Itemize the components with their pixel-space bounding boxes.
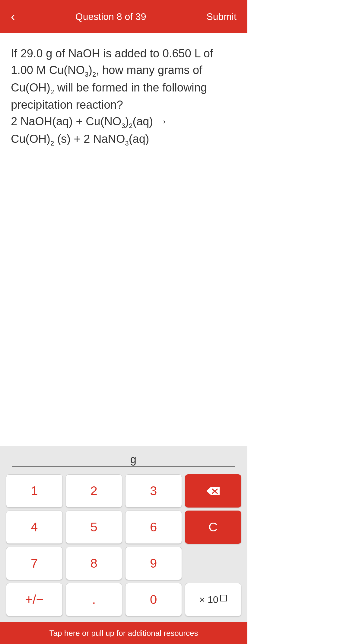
key-decimal[interactable]: . <box>66 583 122 616</box>
x10-label: × 10 <box>199 594 227 605</box>
key-plus-minus[interactable]: +/− <box>6 583 63 616</box>
footer[interactable]: Tap here or pull up for additional resou… <box>0 622 247 644</box>
key-5[interactable]: 5 <box>66 511 122 544</box>
key-6[interactable]: 6 <box>125 511 182 544</box>
submit-button[interactable]: Submit <box>204 9 239 25</box>
answer-display: g <box>6 453 241 467</box>
key-7[interactable]: 7 <box>6 547 63 580</box>
question-area: If 29.0 g of NaOH is added to 0.650 L of… <box>0 33 247 446</box>
keypad-area: g 1 2 3 4 5 6 C 7 8 9 +/− . <box>0 446 247 622</box>
key-backspace[interactable] <box>185 474 242 508</box>
answer-unit: g <box>130 453 136 467</box>
key-4[interactable]: 4 <box>6 511 63 544</box>
exponent-box <box>220 595 227 601</box>
backspace-icon <box>206 485 220 496</box>
footer-text: Tap here or pull up for additional resou… <box>49 629 198 638</box>
key-9[interactable]: 9 <box>125 547 182 580</box>
key-3[interactable]: 3 <box>125 474 182 508</box>
key-1[interactable]: 1 <box>6 474 63 508</box>
question-progress: Question 8 of 39 <box>75 11 146 22</box>
keypad-grid: 1 2 3 4 5 6 C 7 8 9 +/− . 0 × <box>6 474 241 616</box>
back-button[interactable]: ‹ <box>8 8 17 25</box>
answer-underline <box>12 466 235 467</box>
key-8[interactable]: 8 <box>66 547 122 580</box>
key-clear[interactable]: C <box>185 511 242 544</box>
question-text: If 29.0 g of NaOH is added to 0.650 L of… <box>11 45 237 148</box>
header: ‹ Question 8 of 39 Submit <box>0 0 247 33</box>
key-2[interactable]: 2 <box>66 474 122 508</box>
key-0[interactable]: 0 <box>125 583 182 616</box>
key-x10[interactable]: × 10 <box>185 583 242 616</box>
